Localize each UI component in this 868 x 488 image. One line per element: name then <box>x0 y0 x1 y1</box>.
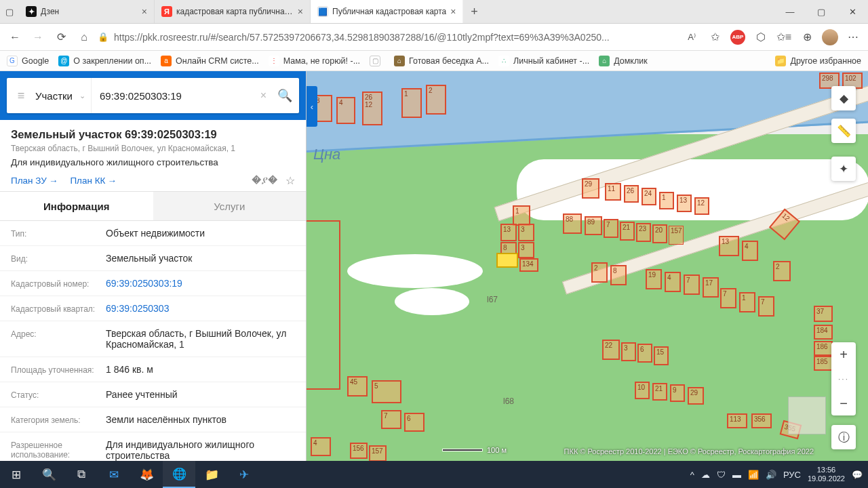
info-label: Кадастровый квартал: <box>11 303 106 314</box>
search-taskbar-icon[interactable]: 🔍 <box>33 461 65 488</box>
close-icon[interactable]: × <box>142 6 147 17</box>
object-address-small: Тверская область, г Вышний Волочек, ул К… <box>11 144 295 153</box>
category-label: Участки <box>35 90 73 102</box>
clock[interactable]: 13:56 19.09.2022 <box>808 466 845 483</box>
bookmark-item[interactable]: GGoogle <box>7 56 49 66</box>
layers-button[interactable]: ◆ <box>831 86 856 110</box>
info-label: Тип: <box>11 228 106 239</box>
translate-icon[interactable]: �ያ� <box>252 174 277 187</box>
info-row: Вид:Земельный участок <box>0 246 306 271</box>
bookmark-item[interactable]: aОнлайн CRM систе... <box>161 56 259 66</box>
info-label: Вид: <box>11 253 106 264</box>
favicon: Я <box>161 6 172 17</box>
home-button[interactable]: ⌂ <box>75 28 94 47</box>
map-scale: 100 м <box>442 446 507 454</box>
tab-title: Публичная кадастровая карта <box>332 7 446 16</box>
other-favorites[interactable]: 📁Другое избранное <box>775 56 861 66</box>
refresh-button[interactable]: ⟳ <box>52 28 71 47</box>
profile-avatar[interactable] <box>821 28 840 47</box>
bookmark-item[interactable]: ∴Личный кабинет -... <box>498 56 589 66</box>
edge-icon[interactable]: 🌐 <box>163 461 195 488</box>
favicon: 🟦 <box>317 6 328 17</box>
more-menu-icon[interactable]: ⋯ <box>844 28 863 47</box>
tab-services[interactable]: Услуги <box>153 192 307 220</box>
favorites-list-icon[interactable]: ✩≡ <box>774 28 793 47</box>
info-value: Ранее учтенный <box>106 389 295 400</box>
windows-taskbar: ⊞ 🔍 ⧉ ✉ 🦊 🌐 📁 ✈ ^ ☁ 🛡 ▬ 📶 🔊 РУС 13:56 19… <box>0 461 868 488</box>
zoom-in-button[interactable]: + <box>831 342 856 367</box>
minimize-button[interactable]: — <box>774 0 806 23</box>
info-value[interactable]: 69:39:0250303 <box>106 303 295 314</box>
locate-button[interactable]: ✦ <box>831 157 856 181</box>
maximize-button[interactable]: ▢ <box>806 0 837 23</box>
wifi-icon[interactable]: 📶 <box>748 470 759 480</box>
bookmark-item[interactable]: ⌂Домклик <box>599 56 648 66</box>
bookmark-item[interactable]: ⌂Готовая беседка А... <box>394 56 489 66</box>
firefox-icon[interactable]: 🦊 <box>130 461 163 488</box>
info-label: Категория земель: <box>11 414 106 425</box>
explorer-icon[interactable]: 📁 <box>195 461 228 488</box>
address-bar[interactable]: 🔒 https://pkk.rosreestr.ru/#/search/57.5… <box>98 32 678 43</box>
favorite-icon[interactable]: ✩ <box>705 28 724 47</box>
info-value[interactable]: 69:39:0250303:19 <box>106 278 295 289</box>
onedrive-icon[interactable]: ☁ <box>701 470 710 480</box>
collections-icon[interactable]: ⊕ <box>797 28 816 47</box>
quarter-label: l68 <box>503 396 514 406</box>
mail-app-icon[interactable]: ✉ <box>98 461 130 488</box>
info-table[interactable]: Тип:Объект недвижимостиВид:Земельный уча… <box>0 221 306 461</box>
bookmarks-bar: GGoogle @О закреплении оп... aОнлайн CRM… <box>0 51 868 71</box>
close-window-button[interactable]: ✕ <box>837 0 868 23</box>
menu-icon[interactable]: ≡ <box>7 89 35 103</box>
object-description: Для индивидуального жилищного строительс… <box>11 157 295 167</box>
browser-tab[interactable]: ✦ Дзен × <box>19 0 155 23</box>
browser-tab[interactable]: Я кадастровая карта публичная - × <box>155 0 311 23</box>
url-text: https://pkk.rosreestr.ru/#/search/57.572… <box>114 32 610 43</box>
panel-tabs: Информация Услуги <box>0 191 306 221</box>
close-icon[interactable]: × <box>298 6 303 17</box>
minimap[interactable] <box>788 396 826 434</box>
notifications-icon[interactable]: 💬 <box>852 470 863 480</box>
arrow-right-icon: → <box>49 176 58 186</box>
bookmark-item[interactable]: ⋮Мама, не горюй! -... <box>269 56 360 66</box>
close-icon[interactable]: × <box>450 6 456 17</box>
category-selector[interactable]: Участки ⌄ <box>35 78 92 113</box>
abp-icon[interactable]: ABP <box>728 28 747 47</box>
search-icon[interactable]: 🔍 <box>271 88 299 103</box>
tray-chevron-icon[interactable]: ^ <box>690 470 694 480</box>
search-input[interactable]: 69:39:0250303:19 <box>92 90 256 102</box>
river-label: Цна <box>313 146 340 163</box>
star-icon[interactable]: ☆ <box>285 174 295 187</box>
bookmark-item[interactable]: @О закреплении оп... <box>58 56 151 66</box>
tab-actions-icon[interactable]: ▢ <box>0 0 19 23</box>
security-icon[interactable]: 🛡 <box>717 470 726 480</box>
taskview-icon[interactable]: ⧉ <box>65 461 98 488</box>
forward-button: → <box>28 28 47 47</box>
info-button[interactable]: ⓘ <box>831 425 856 449</box>
info-label: Статус: <box>11 389 106 400</box>
plan-zu-link[interactable]: План ЗУ→ <box>11 176 58 186</box>
volume-icon[interactable]: 🔊 <box>766 470 776 480</box>
zoom-out-button[interactable]: − <box>831 391 856 415</box>
new-tab-button[interactable]: + <box>463 0 485 23</box>
browser-tab-active[interactable]: 🟦 Публичная кадастровая карта × <box>311 0 463 23</box>
back-button[interactable]: ← <box>5 28 24 47</box>
favicon: ✦ <box>26 6 37 17</box>
measure-button[interactable]: 📏 <box>831 119 856 143</box>
clear-search-icon[interactable]: × <box>256 89 271 102</box>
telegram-icon[interactable]: ✈ <box>228 461 260 488</box>
lang-indicator[interactable]: РУС <box>783 470 801 480</box>
bookmark-item[interactable]: ▢ <box>370 56 384 66</box>
extension-icon[interactable]: ⬡ <box>751 28 770 47</box>
zoom-slider[interactable]: ··· <box>831 367 856 391</box>
collapse-panel-button[interactable]: ‹ <box>307 86 317 127</box>
tab-info[interactable]: Информация <box>0 192 153 220</box>
plan-kk-link[interactable]: План КК→ <box>70 176 117 186</box>
reader-mode-icon[interactable]: A⁾ <box>682 28 701 47</box>
start-button[interactable]: ⊞ <box>0 461 33 488</box>
arrow-right-icon: → <box>107 176 117 186</box>
battery-icon[interactable]: ▬ <box>732 470 741 480</box>
search-bar-wrap: ≡ Участки ⌄ 69:39:0250303:19 × 🔍 <box>0 71 306 120</box>
selected-parcel[interactable] <box>496 253 518 268</box>
info-row: Адрес:Тверская область, г Вышний Волочек… <box>0 321 306 357</box>
map-canvas[interactable]: Цна 3 4 26 12 1 2 102 298 29 11 26 24 1 … <box>307 71 868 461</box>
